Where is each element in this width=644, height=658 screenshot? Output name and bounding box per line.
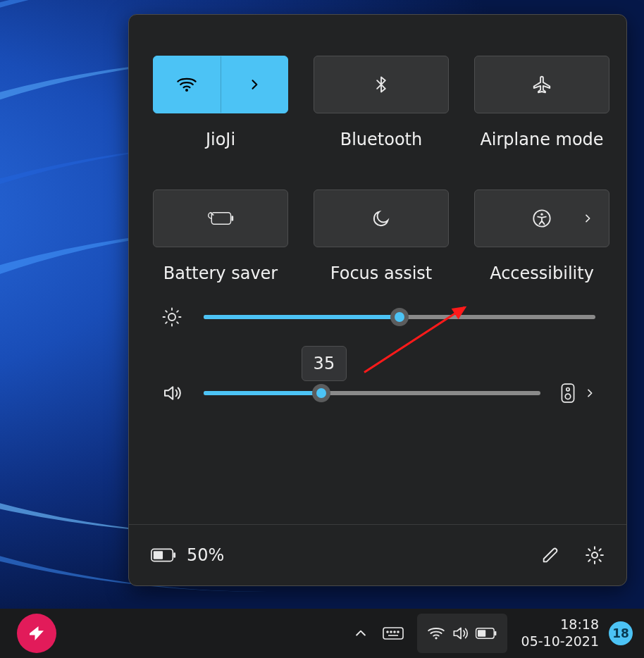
svg-rect-1: [211, 213, 230, 224]
bluetooth-tile[interactable]: Bluetooth: [314, 56, 449, 113]
battery-saver-icon: [206, 209, 235, 228]
svg-rect-2: [231, 216, 233, 221]
svg-rect-19: [154, 551, 163, 559]
svg-line-11: [177, 322, 178, 323]
clock-button[interactable]: 18:18 05-10-2021: [521, 616, 599, 650]
svg-point-4: [540, 213, 543, 216]
brightness-row: [160, 306, 595, 328]
speaker-device-icon: [560, 383, 576, 404]
svg-line-10: [166, 311, 167, 312]
brightness-fill: [204, 315, 400, 319]
desktop-wallpaper: JioJi Bluetooth Airplane mode: [0, 0, 644, 658]
volume-icon: [451, 624, 469, 643]
gear-icon: [584, 545, 605, 566]
system-tray-group[interactable]: [417, 614, 507, 653]
wifi-icon: [427, 624, 445, 643]
battery-saver-label: Battery saver: [154, 263, 287, 283]
svg-point-24: [394, 631, 395, 633]
battery-icon: [475, 626, 497, 640]
svg-point-5: [168, 314, 175, 321]
brightness-slider[interactable]: [204, 315, 595, 319]
accessibility-tile[interactable]: Accessibility: [474, 190, 609, 247]
panel-footer: 50%: [129, 524, 626, 585]
settings-button[interactable]: [584, 545, 605, 566]
clock-time: 18:18: [521, 616, 599, 633]
notification-count: 18: [612, 626, 629, 640]
wifi-label: JioJi: [154, 130, 287, 149]
taskbar: 18:18 05-10-2021 18: [0, 609, 644, 658]
airplane-icon: [531, 74, 552, 95]
wifi-toggle[interactable]: [154, 56, 221, 113]
quick-tiles-grid: JioJi Bluetooth Airplane mode: [129, 15, 626, 247]
volume-icon: [160, 383, 184, 404]
svg-line-12: [166, 322, 167, 323]
accessibility-label: Accessibility: [475, 263, 609, 283]
volume-thumb[interactable]: [312, 384, 330, 402]
quick-settings-panel: JioJi Bluetooth Airplane mode: [128, 14, 627, 586]
svg-rect-18: [173, 552, 175, 558]
keyboard-button[interactable]: [376, 614, 410, 653]
accessibility-icon: [532, 209, 552, 228]
svg-point-15: [566, 388, 569, 391]
edit-button[interactable]: [540, 545, 560, 565]
svg-point-27: [435, 637, 437, 639]
svg-point-0: [185, 89, 188, 92]
keyboard-icon: [382, 625, 404, 642]
volume-slider[interactable]: 35: [204, 391, 540, 395]
chevron-right-icon: [582, 213, 593, 224]
moon-icon: [371, 209, 391, 228]
airplane-tile[interactable]: Airplane mode: [474, 56, 609, 113]
battery-icon: [150, 547, 177, 564]
svg-rect-29: [495, 631, 496, 635]
tray-overflow-button[interactable]: [345, 614, 376, 653]
bluetooth-icon: [371, 75, 391, 94]
svg-point-23: [390, 631, 392, 633]
wifi-tile[interactable]: JioJi: [153, 56, 288, 113]
volume-fill: [204, 391, 321, 395]
volume-tooltip: 35: [302, 346, 347, 381]
focus-assist-label: Focus assist: [314, 263, 448, 283]
chevron-up-icon: [354, 626, 368, 640]
volume-row: 35: [160, 383, 595, 404]
wifi-expand[interactable]: [221, 56, 288, 113]
chevron-right-icon: [247, 77, 261, 92]
chevron-right-icon: [584, 387, 595, 399]
audio-output-button[interactable]: [560, 383, 595, 404]
svg-point-22: [387, 631, 388, 633]
svg-rect-30: [478, 630, 485, 637]
bluetooth-label: Bluetooth: [314, 130, 448, 149]
svg-line-13: [177, 311, 178, 312]
battery-status[interactable]: 50%: [150, 545, 224, 565]
brightness-icon: [160, 306, 184, 328]
app-icon: [26, 623, 47, 644]
battery-saver-tile[interactable]: Battery saver: [153, 190, 288, 247]
battery-percent: 50%: [187, 545, 224, 565]
airplane-label: Airplane mode: [475, 130, 609, 149]
svg-point-16: [565, 394, 571, 399]
svg-rect-21: [383, 628, 403, 639]
svg-point-20: [592, 552, 597, 558]
svg-point-25: [397, 631, 399, 633]
pencil-icon: [540, 545, 560, 565]
clock-date: 05-10-2021: [521, 633, 599, 650]
brightness-thumb[interactable]: [390, 308, 409, 326]
notifications-button[interactable]: 18: [609, 621, 633, 645]
pinned-app-button[interactable]: [17, 614, 56, 653]
focus-assist-tile[interactable]: Focus assist: [314, 190, 449, 247]
wifi-icon: [176, 74, 197, 95]
